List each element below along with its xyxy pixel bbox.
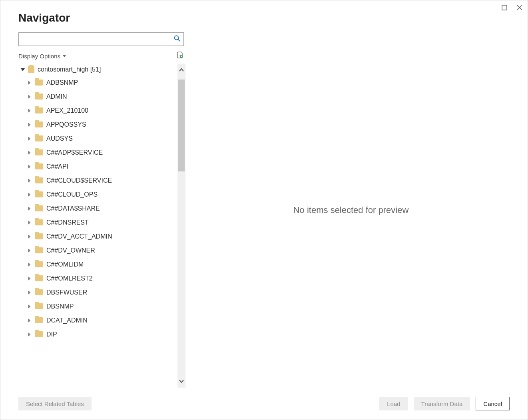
tree-root-node[interactable]: contosomart_high [51] — [18, 64, 176, 76]
chevron-right-icon[interactable] — [28, 235, 32, 239]
chevron-right-icon[interactable] — [28, 193, 32, 197]
chevron-right-icon[interactable] — [28, 179, 32, 183]
transform-data-button[interactable]: Transform Data — [414, 397, 470, 410]
dialog-title: Navigator — [18, 12, 510, 24]
chevron-right-icon[interactable] — [28, 291, 32, 295]
display-options-dropdown[interactable]: Display Options — [18, 53, 66, 60]
close-icon[interactable] — [516, 4, 524, 12]
search-box[interactable] — [18, 32, 184, 46]
folder-icon — [35, 94, 43, 100]
tree-item[interactable]: C##CLOUD$SERVICE — [18, 173, 176, 187]
preview-empty-message: No items selected for preview — [293, 205, 409, 215]
tree-item[interactable]: DBSNMP — [18, 299, 176, 313]
folder-icon — [35, 121, 43, 127]
tree-item-label: DBSFWUSER — [46, 289, 87, 296]
svg-point-3 — [175, 36, 179, 40]
chevron-down-icon[interactable] — [21, 68, 25, 71]
scrollbar-thumb[interactable] — [178, 80, 185, 171]
tree-item-label: C##DNSREST — [46, 219, 89, 226]
tree-item-label: C##OMLIDM — [46, 261, 84, 268]
chevron-right-icon[interactable] — [28, 221, 32, 225]
tree-item[interactable]: C##API — [18, 159, 176, 173]
tree-item[interactable]: C##OMLIDM — [18, 257, 176, 271]
load-button[interactable]: Load — [379, 397, 408, 410]
chevron-right-icon[interactable] — [28, 332, 32, 336]
tree-item-label: C##ADP$SERVICE — [46, 149, 103, 156]
cancel-button[interactable]: Cancel — [476, 397, 510, 410]
search-icon[interactable] — [174, 35, 180, 43]
folder-icon — [35, 331, 43, 337]
folder-icon — [35, 149, 43, 155]
tree-item[interactable]: C##DV_ACCT_ADMIN — [18, 229, 176, 243]
tree-item[interactable]: APPQOSSYS — [18, 117, 176, 131]
search-input[interactable] — [22, 36, 174, 43]
folder-icon — [35, 303, 43, 309]
tree-item[interactable]: C##ADP$SERVICE — [18, 145, 176, 159]
folder-icon — [35, 191, 43, 197]
folder-icon — [35, 177, 43, 183]
folder-icon — [35, 289, 43, 295]
schema-tree: contosomart_high [51] ADBSNMPADMINAPEX_2… — [18, 64, 184, 388]
tree-item[interactable]: DBSFWUSER — [18, 285, 176, 299]
tree-item[interactable]: C##OMLREST2 — [18, 271, 176, 285]
tree-item[interactable]: ADBSNMP — [18, 76, 176, 90]
chevron-right-icon[interactable] — [28, 123, 32, 127]
svg-rect-0 — [502, 5, 507, 10]
database-icon — [28, 66, 34, 73]
chevron-right-icon[interactable] — [28, 95, 32, 99]
folder-icon — [35, 135, 43, 141]
tree-item[interactable]: C##CLOUD_OPS — [18, 187, 176, 201]
svg-line-4 — [178, 40, 180, 42]
chevron-right-icon[interactable] — [28, 151, 32, 155]
display-options-label: Display Options — [18, 53, 60, 60]
tree-item[interactable]: C##DATA$SHARE — [18, 201, 176, 215]
folder-icon — [35, 219, 43, 225]
tree-item-label: C##API — [46, 163, 68, 170]
chevron-right-icon[interactable] — [28, 137, 32, 141]
chevron-right-icon[interactable] — [28, 249, 32, 253]
folder-icon — [35, 163, 43, 169]
navigator-left-pane: Display Options contosomart — [18, 32, 192, 388]
chevron-right-icon[interactable] — [28, 318, 32, 322]
chevron-right-icon[interactable] — [28, 165, 32, 169]
tree-item-label: APEX_210100 — [46, 107, 88, 114]
folder-icon — [35, 317, 43, 323]
tree-item-label: DBSNMP — [46, 303, 74, 310]
tree-item[interactable]: DIP — [18, 327, 176, 341]
dialog-footer: Select Related Tables Load Transform Dat… — [0, 388, 528, 420]
tree-item-label: DIP — [46, 331, 57, 338]
chevron-right-icon[interactable] — [28, 305, 32, 309]
tree-item-label: C##DV_OWNER — [46, 247, 95, 254]
chevron-right-icon[interactable] — [28, 81, 32, 85]
tree-item[interactable]: C##DV_OWNER — [18, 243, 176, 257]
chevron-right-icon[interactable] — [28, 263, 32, 267]
tree-item-label: C##CLOUD$SERVICE — [46, 177, 112, 184]
tree-item[interactable]: APEX_210100 — [18, 104, 176, 117]
tree-item-label: C##DV_ACCT_ADMIN — [46, 233, 112, 240]
maximize-icon[interactable] — [500, 4, 508, 12]
tree-item[interactable]: DCAT_ADMIN — [18, 313, 176, 327]
scrollbar[interactable] — [177, 64, 185, 388]
refresh-icon[interactable] — [177, 52, 184, 60]
tree-item-label: C##DATA$SHARE — [46, 205, 100, 212]
dialog-header: Navigator — [0, 0, 528, 28]
tree-item[interactable]: AUDSYS — [18, 131, 176, 145]
tree-item[interactable]: ADMIN — [18, 90, 176, 104]
tree-item[interactable]: C##DNSREST — [18, 215, 176, 229]
folder-icon — [35, 247, 43, 253]
chevron-right-icon[interactable] — [28, 277, 32, 281]
chevron-right-icon[interactable] — [28, 207, 32, 211]
folder-icon — [35, 233, 43, 239]
select-related-tables-button[interactable]: Select Related Tables — [18, 397, 92, 410]
scroll-down-icon[interactable] — [177, 377, 185, 385]
scroll-up-icon[interactable] — [177, 66, 185, 74]
folder-icon — [35, 107, 43, 113]
tree-item-label: ADMIN — [46, 93, 67, 100]
folder-icon — [35, 80, 43, 86]
tree-item-label: DCAT_ADMIN — [46, 317, 88, 324]
tree-container: contosomart_high [51] ADBSNMPADMINAPEX_2… — [18, 64, 184, 388]
chevron-right-icon[interactable] — [28, 109, 32, 113]
preview-pane: No items selected for preview — [192, 32, 510, 388]
chevron-down-icon — [63, 55, 66, 57]
options-row: Display Options — [18, 52, 184, 60]
